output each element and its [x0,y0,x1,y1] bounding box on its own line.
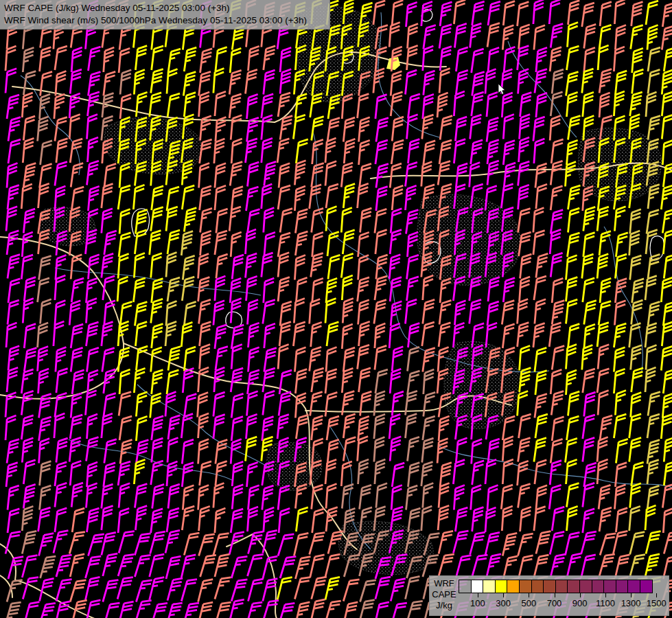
wind-barb [455,506,467,532]
wind-barb [358,299,369,325]
river [604,227,642,371]
wind-barb [280,554,296,581]
wind-barb [213,391,225,417]
wind-barb [8,116,21,142]
wind-barb [551,390,564,416]
wind-barb [312,575,327,602]
wind-barb [152,483,164,510]
wind-barb [358,255,369,281]
wind-barb [215,163,226,189]
wind-barb [135,45,147,71]
wind-barb [360,207,372,233]
wind-barb [648,253,660,279]
wind-barb [661,345,672,371]
wind-barb [342,323,353,350]
wind-barb [246,185,259,211]
wind-barb [535,369,547,396]
wind-barb [280,69,291,95]
wind-barb [23,70,36,96]
legend-tick-label: 1100 [596,598,615,608]
wind-barb [406,185,417,211]
wind-barb [6,206,17,232]
wind-barb [70,552,84,579]
wind-barb [167,69,178,95]
legend-cell [616,580,629,593]
wind-barb [5,599,21,618]
wind-barb [70,460,81,486]
wind-barb [71,347,82,373]
wind-barb [423,483,434,509]
wind-barb [247,461,258,488]
wind-barb [614,413,626,439]
legend-tick [503,593,504,597]
wind-barb [54,321,65,347]
wind-barb [184,531,199,558]
wind-barb [263,528,277,555]
legend-title-line2: CAPE [430,589,459,600]
legend-tick [529,593,529,597]
wind-barb [312,207,323,233]
wind-barb [599,300,611,326]
wind-barb [325,137,336,163]
wind-barb [215,229,227,255]
legend-tick-label: 700 [547,598,562,608]
wind-barb [392,185,403,211]
wind-barb [38,368,49,394]
wind-barb [536,253,548,279]
wind-barb [391,577,406,604]
wind-barb [6,461,18,488]
legend-tick [656,593,657,597]
wind-barb [103,577,119,604]
wind-barb [70,69,82,95]
wind-barb [392,116,404,142]
wind-barb [664,529,672,556]
wind-barb [502,299,514,325]
wind-barb [328,254,340,280]
wind-barb [135,483,147,509]
legend-cell [603,580,616,593]
wind-barb [326,183,338,209]
wind-barb [24,323,36,349]
legend-title: WRF CAPE J/kg [430,578,459,611]
wind-barb [167,229,180,255]
wind-barb [89,185,100,211]
wind-barb [118,507,129,534]
wind-barb [376,117,389,143]
wind-barb [630,483,641,509]
wind-barb [533,207,544,233]
wind-barb [327,321,338,347]
wind-barb [326,483,337,510]
wind-barb [86,575,100,602]
wind-barb [600,277,611,304]
wind-barb [231,367,243,393]
wind-barb [167,600,183,618]
wind-barb [134,253,145,279]
wind-barb [552,299,564,325]
wind-barb [263,390,275,416]
wind-barb [470,530,485,557]
shear-title: WRF Wind shear (m/s) 500/1000hPa Wednesd… [4,14,324,27]
wind-barb [248,577,264,604]
wind-barb [23,208,35,234]
wind-barb [118,184,130,210]
wind-barb [389,413,400,439]
wind-barb [248,347,259,373]
wind-barb [232,254,244,280]
wind-barb [343,229,354,255]
legend-tick-label: 1500 [647,598,667,608]
wind-barb [246,275,257,301]
wind-barb [520,345,531,371]
wind-barb [22,437,33,464]
wind-barb [600,1,612,27]
wind-barb [213,68,224,94]
wind-barb [87,347,99,373]
wind-barb [117,276,128,302]
wind-barb [550,46,561,72]
wind-barb [629,437,641,463]
wind-barb [310,391,323,417]
wind-barb [325,391,337,417]
wind-barb [56,367,68,393]
wind-barb [8,253,20,279]
wind-barb [104,438,117,464]
wind-barb [662,25,672,51]
